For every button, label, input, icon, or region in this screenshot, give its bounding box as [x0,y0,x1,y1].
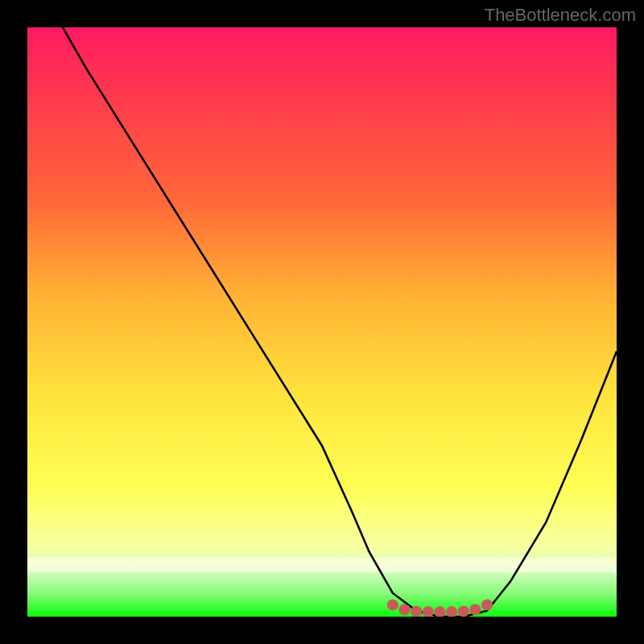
bottleneck-curve [27,27,617,617]
optimum-point [411,605,422,617]
optimum-point [399,604,411,615]
optimum-point [469,604,481,615]
optimum-point [446,606,457,617]
bottleneck-curve-path [63,27,617,617]
attribution-text: TheBottleneck.com [485,5,636,26]
optimum-point [434,606,445,617]
optimum-point [423,606,434,617]
optimum-point [481,599,493,610]
chart-plot-area [27,27,617,617]
optimum-point [458,605,469,617]
optimum-point [387,599,398,610]
